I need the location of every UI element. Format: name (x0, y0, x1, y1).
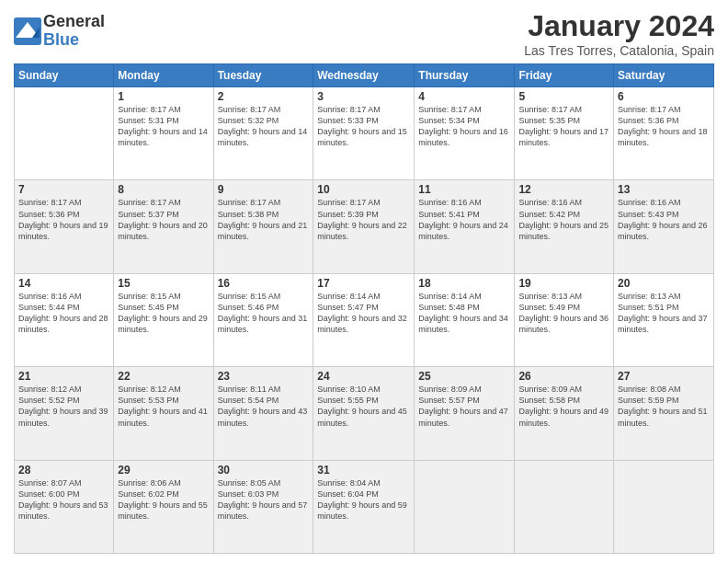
day-number: 22 (118, 370, 209, 383)
header-row: SundayMondayTuesdayWednesdayThursdayFrid… (15, 64, 714, 87)
day-number: 14 (18, 277, 109, 290)
day-info: Sunrise: 8:16 AM Sunset: 5:42 PM Dayligh… (518, 197, 609, 242)
day-cell: 6Sunrise: 8:17 AM Sunset: 5:36 PM Daylig… (614, 87, 714, 180)
day-info: Sunrise: 8:17 AM Sunset: 5:36 PM Dayligh… (18, 197, 109, 242)
day-number: 10 (317, 183, 410, 196)
day-cell: 22Sunrise: 8:12 AM Sunset: 5:53 PM Dayli… (114, 367, 213, 460)
day-number: 28 (18, 464, 109, 477)
week-row-5: 28Sunrise: 8:07 AM Sunset: 6:00 PM Dayli… (15, 460, 714, 553)
day-number: 9 (218, 183, 310, 196)
day-number: 16 (218, 277, 310, 290)
day-number: 3 (317, 90, 410, 103)
day-number: 13 (618, 183, 710, 196)
day-cell: 8Sunrise: 8:17 AM Sunset: 5:37 PM Daylig… (114, 180, 213, 273)
day-info: Sunrise: 8:14 AM Sunset: 5:48 PM Dayligh… (418, 291, 510, 336)
day-cell: 2Sunrise: 8:17 AM Sunset: 5:32 PM Daylig… (213, 87, 313, 180)
day-info: Sunrise: 8:04 AM Sunset: 6:04 PM Dayligh… (317, 477, 410, 523)
day-cell: 17Sunrise: 8:14 AM Sunset: 5:47 PM Dayli… (313, 273, 415, 366)
calendar-page: General Blue January 2024 Las Tres Torre… (0, 0, 728, 563)
calendar-body: 1Sunrise: 8:17 AM Sunset: 5:31 PM Daylig… (15, 87, 714, 554)
day-cell (614, 460, 714, 553)
day-info: Sunrise: 8:16 AM Sunset: 5:43 PM Dayligh… (618, 197, 710, 242)
header-cell-wednesday: Wednesday (313, 64, 415, 87)
logo: General Blue (14, 13, 105, 50)
day-info: Sunrise: 8:11 AM Sunset: 5:54 PM Dayligh… (218, 384, 310, 429)
day-number: 29 (118, 464, 209, 477)
day-cell: 25Sunrise: 8:09 AM Sunset: 5:57 PM Dayli… (415, 367, 515, 460)
week-row-3: 14Sunrise: 8:16 AM Sunset: 5:44 PM Dayli… (15, 273, 714, 366)
day-cell: 9Sunrise: 8:17 AM Sunset: 5:38 PM Daylig… (213, 180, 313, 273)
day-cell: 10Sunrise: 8:17 AM Sunset: 5:39 PM Dayli… (313, 180, 415, 273)
calendar-title: January 2024 (524, 9, 714, 43)
day-cell: 18Sunrise: 8:14 AM Sunset: 5:48 PM Dayli… (415, 273, 515, 366)
day-cell: 20Sunrise: 8:13 AM Sunset: 5:51 PM Dayli… (614, 273, 714, 366)
day-cell: 31Sunrise: 8:04 AM Sunset: 6:04 PM Dayli… (313, 460, 415, 553)
day-info: Sunrise: 8:07 AM Sunset: 6:00 PM Dayligh… (18, 477, 109, 523)
day-cell: 5Sunrise: 8:17 AM Sunset: 5:35 PM Daylig… (515, 87, 614, 180)
day-cell: 23Sunrise: 8:11 AM Sunset: 5:54 PM Dayli… (213, 367, 313, 460)
day-cell: 30Sunrise: 8:05 AM Sunset: 6:03 PM Dayli… (213, 460, 313, 553)
day-number: 19 (518, 277, 609, 290)
day-cell: 27Sunrise: 8:08 AM Sunset: 5:59 PM Dayli… (614, 367, 714, 460)
header-cell-saturday: Saturday (614, 64, 714, 87)
logo-blue: Blue (43, 31, 105, 50)
day-number: 15 (118, 277, 209, 290)
day-number: 6 (618, 90, 710, 103)
day-number: 1 (118, 90, 209, 103)
header: General Blue January 2024 Las Tres Torre… (14, 9, 714, 58)
day-cell: 19Sunrise: 8:13 AM Sunset: 5:49 PM Dayli… (515, 273, 614, 366)
day-cell: 28Sunrise: 8:07 AM Sunset: 6:00 PM Dayli… (15, 460, 114, 553)
day-info: Sunrise: 8:05 AM Sunset: 6:03 PM Dayligh… (218, 477, 310, 523)
day-cell: 15Sunrise: 8:15 AM Sunset: 5:45 PM Dayli… (114, 273, 213, 366)
day-cell (15, 87, 114, 180)
day-cell: 7Sunrise: 8:17 AM Sunset: 5:36 PM Daylig… (15, 180, 114, 273)
day-cell: 14Sunrise: 8:16 AM Sunset: 5:44 PM Dayli… (15, 273, 114, 366)
day-number: 25 (418, 370, 510, 383)
day-cell: 26Sunrise: 8:09 AM Sunset: 5:58 PM Dayli… (515, 367, 614, 460)
day-cell: 24Sunrise: 8:10 AM Sunset: 5:55 PM Dayli… (313, 367, 415, 460)
day-info: Sunrise: 8:17 AM Sunset: 5:32 PM Dayligh… (218, 104, 310, 149)
day-number: 26 (518, 370, 609, 383)
header-cell-thursday: Thursday (415, 64, 515, 87)
day-number: 11 (418, 183, 510, 196)
day-number: 24 (317, 370, 410, 383)
logo-icon (14, 17, 41, 45)
day-info: Sunrise: 8:09 AM Sunset: 5:57 PM Dayligh… (418, 384, 510, 429)
header-cell-tuesday: Tuesday (213, 64, 313, 87)
day-info: Sunrise: 8:16 AM Sunset: 5:41 PM Dayligh… (418, 197, 510, 242)
day-info: Sunrise: 8:12 AM Sunset: 5:53 PM Dayligh… (118, 384, 209, 429)
calendar-subtitle: Las Tres Torres, Catalonia, Spain (524, 43, 714, 58)
day-info: Sunrise: 8:17 AM Sunset: 5:37 PM Dayligh… (118, 197, 209, 242)
day-info: Sunrise: 8:17 AM Sunset: 5:36 PM Dayligh… (618, 104, 710, 149)
day-info: Sunrise: 8:13 AM Sunset: 5:49 PM Dayligh… (518, 291, 609, 336)
day-cell: 13Sunrise: 8:16 AM Sunset: 5:43 PM Dayli… (614, 180, 714, 273)
day-cell: 3Sunrise: 8:17 AM Sunset: 5:33 PM Daylig… (313, 87, 415, 180)
day-number: 23 (218, 370, 310, 383)
day-cell: 11Sunrise: 8:16 AM Sunset: 5:41 PM Dayli… (415, 180, 515, 273)
day-info: Sunrise: 8:10 AM Sunset: 5:55 PM Dayligh… (317, 384, 410, 429)
day-info: Sunrise: 8:15 AM Sunset: 5:45 PM Dayligh… (118, 291, 209, 336)
day-number: 18 (418, 277, 510, 290)
day-info: Sunrise: 8:15 AM Sunset: 5:46 PM Dayligh… (218, 291, 310, 336)
day-number: 4 (418, 90, 510, 103)
day-number: 31 (317, 464, 410, 477)
day-info: Sunrise: 8:09 AM Sunset: 5:58 PM Dayligh… (518, 384, 609, 429)
day-number: 27 (618, 370, 710, 383)
day-number: 12 (518, 183, 609, 196)
week-row-1: 1Sunrise: 8:17 AM Sunset: 5:31 PM Daylig… (15, 87, 714, 180)
day-number: 8 (118, 183, 209, 196)
day-info: Sunrise: 8:08 AM Sunset: 5:59 PM Dayligh… (618, 384, 710, 429)
logo-text: General Blue (43, 13, 105, 50)
week-row-2: 7Sunrise: 8:17 AM Sunset: 5:36 PM Daylig… (15, 180, 714, 273)
day-cell: 1Sunrise: 8:17 AM Sunset: 5:31 PM Daylig… (114, 87, 213, 180)
day-cell: 16Sunrise: 8:15 AM Sunset: 5:46 PM Dayli… (213, 273, 313, 366)
day-number: 20 (618, 277, 710, 290)
day-info: Sunrise: 8:17 AM Sunset: 5:31 PM Dayligh… (118, 104, 209, 149)
day-number: 17 (317, 277, 410, 290)
day-info: Sunrise: 8:13 AM Sunset: 5:51 PM Dayligh… (618, 291, 710, 336)
title-block: January 2024 Las Tres Torres, Catalonia,… (524, 9, 714, 58)
day-cell (415, 460, 515, 553)
day-info: Sunrise: 8:12 AM Sunset: 5:52 PM Dayligh… (18, 384, 109, 429)
day-info: Sunrise: 8:17 AM Sunset: 5:39 PM Dayligh… (317, 197, 410, 242)
logo-general: General (43, 13, 105, 31)
